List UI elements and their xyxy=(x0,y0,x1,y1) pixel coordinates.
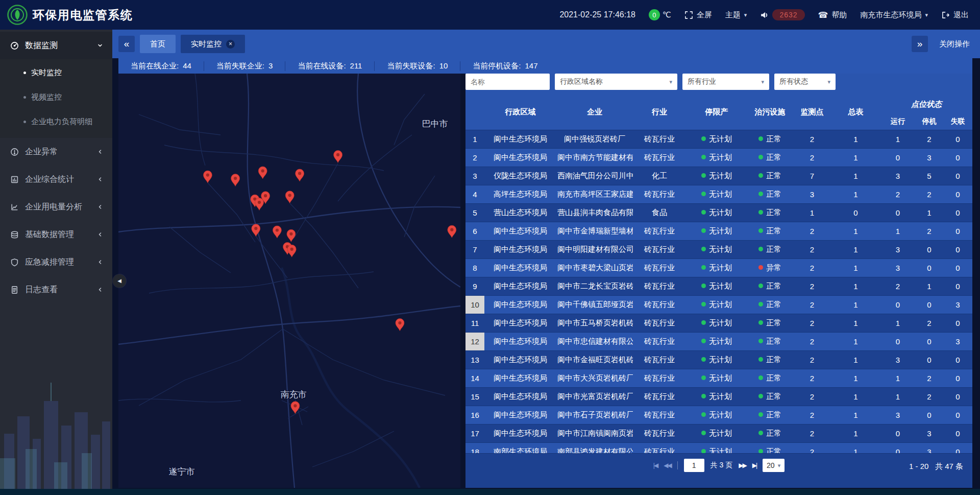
table-row[interactable]: 9阆中生态环境局阆中市二龙长宝页岩砖砖瓦行业无计划正常21210 xyxy=(465,277,972,295)
table-row[interactable]: 5营山生态环境局营山县润丰肉食品有限食品无计划正常10010 xyxy=(465,203,972,222)
cell-industry: 化工 xyxy=(633,167,686,185)
name-filter-input[interactable] xyxy=(465,74,550,90)
cell-facility: 正常 xyxy=(747,222,793,240)
map-pin-icon[interactable] xyxy=(287,229,296,242)
cell-running-count: 3 xyxy=(880,167,916,185)
last-page-button[interactable]: ▶| xyxy=(752,462,756,469)
tabs-scroll-right-button[interactable]: » xyxy=(912,36,928,52)
map-pin-icon[interactable] xyxy=(334,150,342,162)
row-index: 8 xyxy=(465,258,484,277)
table-row[interactable]: 13阆中生态环境局阆中市金福旺页岩机砖砖瓦行业无计划正常21300 xyxy=(465,350,972,369)
enterprise-table: 行政区域 企业 行业 停限产 治污设施 监测点 总表 点位状态 xyxy=(465,95,972,453)
table-row[interactable]: 8阆中生态环境局阆中市枣碧大梁山页岩砖瓦行业无计划异常21300 xyxy=(465,258,972,277)
cell-industry: 砖瓦行业 xyxy=(633,258,686,277)
header-stopped[interactable]: 停机 xyxy=(916,113,943,130)
cell-enterprise: 阆中市二龙长宝页岩砖 xyxy=(556,277,633,295)
page-size-select[interactable]: 20 ▾ xyxy=(763,459,785,472)
logout-button[interactable]: 退出 xyxy=(941,10,969,20)
table-row[interactable]: 16阆中生态环境局阆中市石子页岩机砖厂砖瓦行业无计划正常21300 xyxy=(465,406,972,424)
table-row[interactable]: 15阆中生态环境局阆中市光富页岩机砖厂砖瓦行业无计划正常21120 xyxy=(465,387,972,406)
map-pin-icon[interactable] xyxy=(285,191,294,203)
table-row[interactable]: 6阆中生态环境局阆中市金博瑞新型墙材砖瓦行业无计划正常21120 xyxy=(465,222,972,240)
map-collapse-toggle[interactable]: ◀ xyxy=(113,274,126,288)
map-pin-icon[interactable] xyxy=(231,174,240,186)
cell-production: 无计划 xyxy=(686,369,747,387)
map-pin-icon[interactable] xyxy=(258,167,267,179)
table-row[interactable]: 18南部生态环境局南部县鸿发建材有限公砖瓦行业无计划正常21030 xyxy=(465,442,972,453)
map-pin-icon[interactable] xyxy=(273,226,281,238)
industry-filter-select[interactable]: 所有行业 ▾ xyxy=(682,74,769,90)
sidebar-item-log-view[interactable]: 日志查看 xyxy=(0,276,112,303)
header-lost[interactable]: 失联 xyxy=(943,113,972,130)
header-meter[interactable]: 总表 xyxy=(831,95,880,130)
fullscreen-button[interactable]: 全屏 xyxy=(684,10,712,20)
map-pin-icon[interactable] xyxy=(448,225,456,238)
alert-count-badge[interactable]: 2632 xyxy=(772,9,804,20)
table-row[interactable]: 14阆中生态环境局阆中市大兴页岩机砖厂砖瓦行业无计划正常21120 xyxy=(465,369,972,387)
prev-page-button[interactable]: ◀◀ xyxy=(664,462,671,469)
region-filter-select[interactable]: 行政区域名称 ▾ xyxy=(555,74,677,90)
org-menu[interactable]: 南充市生态环境局 ▾ xyxy=(860,10,928,20)
help-button[interactable]: ☎ 帮助 xyxy=(818,10,847,20)
table-row[interactable]: 10阆中生态环境局阆中千佛镇五郎垭页岩砖瓦行业无计划正常21003 xyxy=(465,295,972,314)
sidebar-item-power-analysis[interactable]: 企业用电量分析 xyxy=(0,193,112,221)
table-row[interactable]: 1阆中生态环境局阆中强锐页岩砖厂砖瓦行业无计划正常21120 xyxy=(465,130,972,148)
cell-production: 无计划 xyxy=(686,203,747,222)
alerts-widget[interactable]: 2632 xyxy=(760,9,804,20)
sidebar-item-enterprise-statistics[interactable]: 企业综合统计 xyxy=(0,166,112,193)
skyline-decoration xyxy=(0,372,112,490)
table-row[interactable]: 2阆中生态环境局阆中市南方节能建材有砖瓦行业无计划正常21030 xyxy=(465,148,972,167)
table-row[interactable]: 3仪陇生态环境局西南油气田分公司川中化工无计划正常71350 xyxy=(465,167,972,185)
theme-menu[interactable]: 主题 ▾ xyxy=(725,10,747,20)
map-pin-icon[interactable] xyxy=(296,169,304,181)
cell-stopped-count: 0 xyxy=(916,295,943,314)
map-panel[interactable]: 巴中市南充市遂宁市 ◀ xyxy=(118,74,460,488)
sidebar-item-power-load-detail[interactable]: 企业电力负荷明细 xyxy=(0,109,112,134)
table-row[interactable]: 12阆中生态环境局阆中市忠信建材有限公砖瓦行业无计划正常21003 xyxy=(465,332,972,350)
sidebar-item-base-data[interactable]: 基础数据管理 xyxy=(0,221,112,248)
tabs-scroll-left-button[interactable]: « xyxy=(118,36,135,52)
map-pin-icon[interactable] xyxy=(396,319,404,331)
table-row[interactable]: 11阆中生态环境局阆中市五马桥页岩机砖砖瓦行业无计划正常21120 xyxy=(465,314,972,332)
row-index: 15 xyxy=(465,387,484,406)
close-icon[interactable]: × xyxy=(226,40,235,49)
cell-facility: 正常 xyxy=(747,203,793,222)
cell-region: 阆中生态环境局 xyxy=(484,350,556,369)
stat-value: 3 xyxy=(268,61,273,71)
tab-home[interactable]: 首页 xyxy=(140,35,176,53)
map-pin-icon[interactable] xyxy=(203,171,212,183)
sidebar-item-emergency-reduction[interactable]: 应急减排管理 xyxy=(0,248,112,276)
chevron-down-icon: ▾ xyxy=(925,12,928,18)
status-filter-select[interactable]: 所有状态 ▾ xyxy=(774,74,836,90)
table-row[interactable]: 4高坪生态环境局南充市高坪区王家店建砖瓦行业无计划正常31220 xyxy=(465,185,972,203)
first-page-button[interactable]: |◀ xyxy=(653,462,657,469)
header-facility[interactable]: 治污设施 xyxy=(747,95,793,130)
shield-icon xyxy=(10,258,19,267)
sidebar-item-data-monitoring[interactable]: 数据监测 xyxy=(0,32,112,59)
close-operations-button[interactable]: 关闭操作 xyxy=(939,39,970,49)
header-running[interactable]: 运行 xyxy=(880,113,916,130)
header-monitor[interactable]: 监测点 xyxy=(793,95,831,130)
header-production[interactable]: 停限产 xyxy=(686,95,747,130)
map-pin-icon[interactable] xyxy=(255,198,264,210)
cell-facility: 异常 xyxy=(747,258,793,277)
cell-lost-count: 0 xyxy=(943,203,972,222)
sidebar-item-video-monitoring[interactable]: 视频监控 xyxy=(0,85,112,109)
header-enterprise[interactable]: 企业 xyxy=(556,95,633,130)
status-dot-green xyxy=(758,449,763,453)
table-row[interactable]: 7阆中生态环境局阆中明阳建材有限公司砖瓦行业无计划正常21300 xyxy=(465,240,972,258)
next-page-button[interactable]: ▶▶ xyxy=(739,462,746,469)
page-number-input[interactable] xyxy=(684,459,704,472)
city-label: 巴中市 xyxy=(422,119,448,129)
table-header: 行政区域 企业 行业 停限产 治污设施 监测点 总表 点位状态 xyxy=(465,95,972,130)
header-industry[interactable]: 行业 xyxy=(633,95,686,130)
cell-enterprise: 阆中强锐页岩砖厂 xyxy=(556,130,633,148)
table-row[interactable]: 17阆中生态环境局阆中市江南镇阆南页岩砖瓦行业无计划正常21030 xyxy=(465,424,972,442)
map-pin-icon[interactable] xyxy=(287,245,296,257)
sidebar-item-enterprise-abnormal[interactable]: 企业异常 xyxy=(0,138,112,166)
map-canvas[interactable]: 巴中市南充市遂宁市 xyxy=(118,74,460,488)
cell-production: 无计划 xyxy=(686,442,747,453)
sidebar-item-realtime-monitoring[interactable]: 实时监控 xyxy=(0,60,112,85)
tab-realtime-monitoring[interactable]: 实时监控 × xyxy=(181,35,245,53)
header-region[interactable]: 行政区域 xyxy=(484,95,556,130)
